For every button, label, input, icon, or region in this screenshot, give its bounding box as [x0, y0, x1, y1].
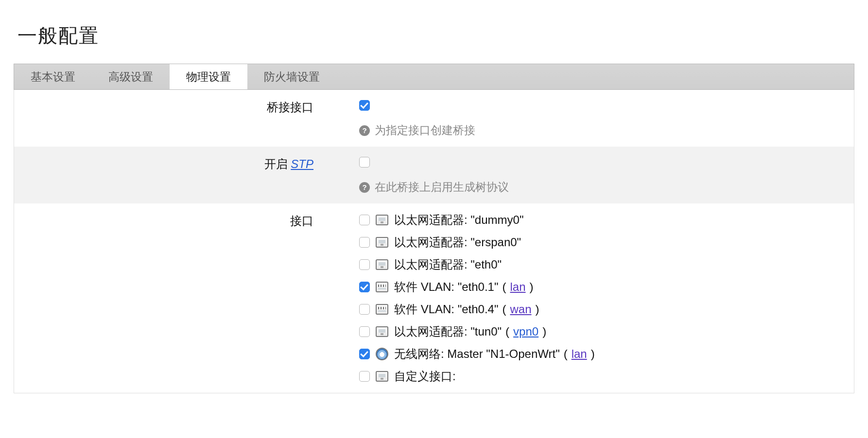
tab-1[interactable]: 高级设置 [92, 64, 170, 89]
vlan-icon [376, 304, 388, 315]
page-title: 一般配置 [17, 22, 854, 49]
interface-label: 以太网适配器: "eth0" [394, 257, 502, 272]
interface-label: 以太网适配器: "erspan0" [394, 235, 521, 250]
paren-close: ) [542, 325, 546, 338]
interface-row: 以太网适配器: "eth0" [359, 257, 839, 272]
paren-close: ) [591, 347, 595, 361]
field-bridge: 桥接接口 ? 为指定接口创建桥接 [14, 90, 854, 147]
paren-close: ) [536, 303, 539, 316]
ethernet-icon [376, 215, 388, 225]
label-interface: 接口 [14, 212, 325, 229]
zone-link[interactable]: lan [572, 347, 587, 361]
paren-open: ( [502, 280, 506, 294]
interface-row: 以太网适配器: "erspan0" [359, 235, 839, 250]
paren-open: ( [505, 325, 509, 338]
tab-0[interactable]: 基本设置 [14, 64, 92, 89]
config-section: 桥接接口 ? 为指定接口创建桥接 开启 STP ? 在此桥接上启用生成树协议 [14, 90, 854, 393]
interface-label: 自定义接口: [394, 369, 456, 384]
label-stp-prefix: 开启 [264, 157, 291, 170]
wireless-icon [376, 348, 388, 360]
interface-label: 软件 VLAN: "eth0.4" [394, 302, 498, 317]
interface-row: 软件 VLAN: "eth0.1" (lan) [359, 279, 839, 295]
stp-link[interactable]: STP [291, 157, 313, 170]
zone-link[interactable]: vpn0 [513, 325, 538, 338]
zone-link[interactable]: lan [510, 280, 525, 294]
interface-checkbox[interactable] [359, 215, 370, 225]
help-stp-text: 在此桥接上启用生成树协议 [375, 180, 509, 195]
interface-label: 软件 VLAN: "eth0.1" [394, 279, 498, 295]
tab-3[interactable]: 防火墙设置 [247, 64, 336, 89]
ethernet-icon [376, 371, 388, 382]
help-icon: ? [359, 125, 370, 136]
interface-row: 软件 VLAN: "eth0.4" (wan) [359, 302, 839, 317]
checkbox-bridge[interactable] [359, 100, 370, 111]
interface-checkbox[interactable] [359, 349, 370, 359]
help-icon: ? [359, 182, 370, 193]
ethernet-icon [376, 326, 388, 337]
checkbox-stp[interactable] [359, 157, 370, 168]
label-bridge: 桥接接口 [14, 99, 325, 115]
help-stp: ? 在此桥接上启用生成树协议 [359, 180, 839, 195]
field-interface: 接口 以太网适配器: "dummy0"以太网适配器: "erspan0"以太网适… [14, 203, 854, 393]
interface-label: 以太网适配器: "tun0" [394, 324, 502, 339]
field-stp: 开启 STP ? 在此桥接上启用生成树协议 [14, 147, 854, 203]
paren-open: ( [564, 347, 568, 361]
help-bridge-text: 为指定接口创建桥接 [375, 123, 475, 138]
interface-checkbox[interactable] [359, 326, 370, 337]
interface-checkbox[interactable] [359, 282, 370, 292]
zone-link[interactable]: wan [510, 303, 531, 316]
interface-checkbox[interactable] [359, 304, 370, 315]
paren-close: ) [530, 280, 534, 294]
ethernet-icon [376, 237, 388, 248]
vlan-icon [376, 282, 388, 292]
interface-checkbox[interactable] [359, 259, 370, 270]
interface-row: 以太网适配器: "dummy0" [359, 212, 839, 228]
interface-row: 无线网络: Master "N1-OpenWrt" (lan) [359, 346, 839, 362]
tab-strip: 基本设置高级设置物理设置防火墙设置 [14, 64, 854, 90]
ethernet-icon [376, 259, 388, 270]
help-bridge: ? 为指定接口创建桥接 [359, 123, 839, 138]
tab-2[interactable]: 物理设置 [170, 64, 247, 89]
label-stp: 开启 STP [14, 155, 325, 172]
interface-label: 无线网络: Master "N1-OpenWrt" [394, 346, 560, 362]
interface-list: 以太网适配器: "dummy0"以太网适配器: "erspan0"以太网适配器:… [359, 212, 839, 384]
interface-label: 以太网适配器: "dummy0" [394, 212, 523, 228]
interface-checkbox[interactable] [359, 371, 370, 382]
interface-checkbox[interactable] [359, 237, 370, 248]
interface-row: 以太网适配器: "tun0" (vpn0) [359, 324, 839, 339]
paren-open: ( [502, 303, 506, 316]
interface-row: 自定义接口: [359, 369, 839, 384]
